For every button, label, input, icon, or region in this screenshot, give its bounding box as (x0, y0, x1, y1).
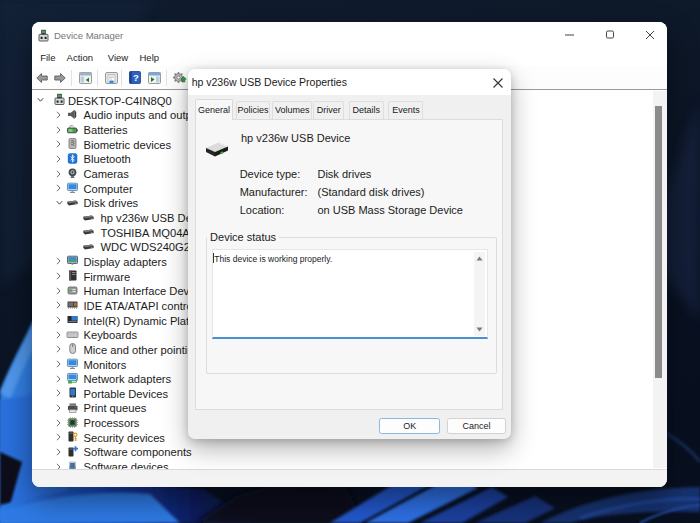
svg-text:?: ? (133, 72, 139, 83)
